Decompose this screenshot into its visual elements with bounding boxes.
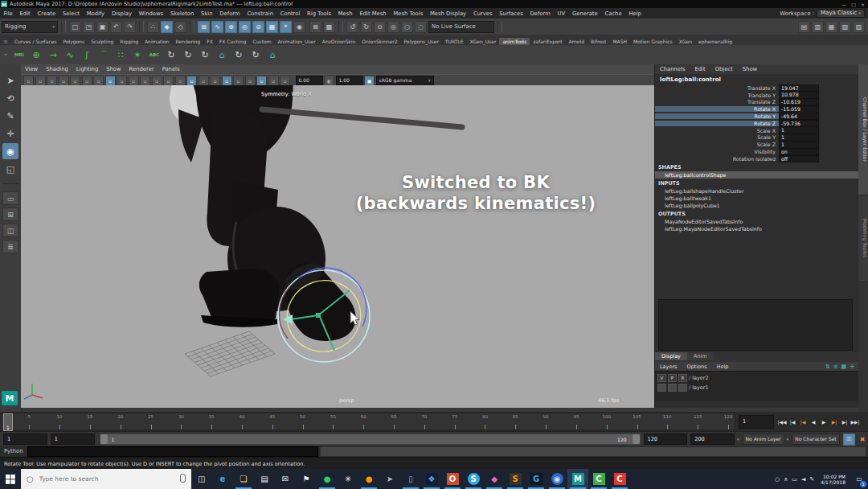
undo-icon[interactable]: ↶ (110, 21, 122, 33)
layer-playback-toggle[interactable] (668, 384, 677, 392)
display-layers-icon[interactable]: ▧ (839, 21, 851, 33)
ipr-render-icon[interactable]: ▥ (812, 21, 824, 33)
screen-ao-icon[interactable]: ▫ (222, 76, 232, 86)
shelf-tab-custom[interactable]: Custom (250, 38, 275, 45)
notebook-icon[interactable]: ▯ (400, 469, 421, 489)
menu-uv[interactable]: UV (554, 10, 568, 17)
menu-control[interactable]: Control (276, 10, 303, 17)
outliner-pane-layout-button[interactable]: ≣ (2, 240, 18, 253)
microphone-icon[interactable] (180, 474, 186, 483)
node-list-item[interactable]: leftLeg:MayaNodeEditorSavedTabsInfo (655, 225, 859, 232)
attribute-label[interactable]: Scale Z (655, 142, 779, 147)
make-live-icon[interactable]: ▦ (266, 21, 278, 33)
layer-grid-icon[interactable]: ▦ (841, 364, 847, 370)
soft-select-icon[interactable]: ◉ (293, 21, 305, 33)
shelf-tab-polygons[interactable]: Polygons (60, 38, 88, 45)
new-scene-icon[interactable]: □ (69, 21, 81, 33)
play-backwards-button[interactable]: ◀ (809, 416, 818, 427)
channel-box-menu-channels[interactable]: Channels (655, 66, 690, 72)
shelf-tab-arnold[interactable]: Arnold (566, 38, 588, 45)
attribute-label[interactable]: Translate Y (655, 92, 779, 98)
shelf-cycle4-icon[interactable]: ↻ (231, 47, 246, 62)
motion-blur-icon[interactable]: ▫ (233, 76, 244, 86)
modeling-toolkit-icon[interactable]: ▨ (853, 21, 865, 33)
menu-surfaces[interactable]: Surfaces (496, 10, 526, 17)
shelf-tab-turtle[interactable]: TURTLE (442, 38, 467, 45)
single-pane-layout-button[interactable]: ▭ (2, 191, 18, 205)
save-scene-icon[interactable]: ▣ (96, 21, 108, 33)
node-list-item[interactable]: MayaNodeEditorSavedTabsInfo (655, 218, 859, 225)
app-arrow-icon[interactable]: ➤ (379, 469, 400, 489)
maya-icon[interactable]: M (567, 469, 588, 489)
select-hierarchy-icon[interactable]: ∴ (147, 21, 159, 33)
shelf-collapse-icon[interactable]: « (2, 51, 10, 58)
menu-deform[interactable]: Deform (526, 10, 554, 17)
layer-menu-help[interactable]: Help (712, 364, 734, 370)
viewport-menu-panels[interactable]: Panels (158, 66, 184, 72)
menu-file[interactable]: File (0, 10, 16, 17)
set-key-icon[interactable]: ✖ (857, 434, 868, 445)
shelf-cycle1-icon[interactable]: ↻ (164, 47, 178, 62)
shelf-tab-fx-caching[interactable]: FX Caching (216, 38, 250, 45)
viewport-menu-view[interactable]: View (21, 66, 42, 72)
two-pane-layout-button[interactable]: ◫ (2, 224, 18, 237)
menu-edit[interactable]: Edit (16, 10, 34, 17)
mail-icon[interactable]: ✉ (275, 469, 296, 489)
gamma-field[interactable]: 1.00 (336, 76, 363, 85)
menu-help[interactable]: Help (625, 10, 645, 17)
channel-box-menu-edit[interactable]: Edit (690, 66, 710, 72)
shelf-tab-rendering[interactable]: Rendering (173, 38, 204, 45)
select-object-icon[interactable]: ◈ (161, 21, 173, 33)
menu-select[interactable]: Select (59, 10, 83, 17)
camtasia-icon[interactable]: C (588, 469, 609, 489)
render-view-icon[interactable]: ▤ (798, 21, 810, 33)
spotify-icon[interactable]: ● (317, 469, 338, 489)
store-icon[interactable]: ▤ (254, 469, 275, 489)
shelf-tab-animtools[interactable]: animTools (499, 38, 530, 45)
snap-center-icon[interactable]: ◎ (239, 21, 251, 33)
channel-box-menu-show[interactable]: Show (738, 66, 762, 72)
snap-curve-icon[interactable]: ∿ (211, 21, 223, 33)
minimize-button[interactable]: — (841, 2, 846, 7)
resolution-gate-icon[interactable]: ▫ (105, 76, 116, 86)
shelf-tab-rigging[interactable]: Rigging (117, 38, 141, 45)
menu-set-selector[interactable]: Rigging▾ (2, 21, 58, 33)
node-list-item[interactable]: leftLeg:ballshapeHandleCluster (655, 187, 859, 195)
gamma-icon[interactable]: ◐ (324, 76, 334, 86)
rotate-tool[interactable]: ◉ (2, 143, 18, 159)
lasso-select-tool[interactable]: ⟲ (2, 90, 18, 106)
shelf-character-icon[interactable]: ✶ (130, 47, 145, 62)
layer-visible-toggle[interactable]: V (657, 374, 666, 382)
firefox-icon[interactable]: ● (358, 469, 379, 489)
app-blue-icon[interactable]: ❖ (421, 469, 442, 489)
timeline-track[interactable]: 1 51015202530354045505560657075808590951… (1, 413, 735, 430)
tray-volume-icon[interactable]: ◄ (801, 476, 805, 483)
construction-history-icon[interactable]: ⊙ (374, 21, 386, 33)
animation-start-field[interactable]: 1 (3, 434, 47, 445)
live-surface-field[interactable]: No Live Surface (428, 21, 494, 33)
menu-modify[interactable]: Modify (83, 10, 108, 17)
layer-reference-toggle[interactable]: R (678, 374, 687, 382)
shelf-arrow-icon[interactable]: → (46, 47, 60, 62)
xray-icon[interactable]: ▫ (256, 76, 267, 86)
menu-generate[interactable]: Generate (569, 10, 602, 17)
range-start-handle[interactable] (100, 434, 108, 444)
command-input[interactable] (27, 446, 318, 457)
layer-menu-layers[interactable]: Layers (655, 364, 682, 370)
shadows-icon[interactable]: ▫ (210, 76, 220, 86)
shelf-tab-fx[interactable]: FX (203, 38, 216, 45)
menu-display[interactable]: Display (108, 10, 136, 17)
attribute-label[interactable]: Scale Y (655, 134, 779, 140)
lock-camera-icon[interactable]: ▫ (35, 76, 46, 86)
rings-icon[interactable]: ○ (401, 21, 413, 33)
layer-row[interactable]: ∕layer1 (655, 383, 859, 392)
step-back-frame-button[interactable]: |◀ (788, 416, 797, 427)
menu-curves[interactable]: Curves (470, 10, 496, 17)
input-operations-icon[interactable]: ↺ (346, 21, 358, 33)
shelf-tab-animation-user[interactable]: Animation_User (275, 38, 319, 45)
node-list-item[interactable]: leftLeg:balltweak1 (655, 195, 859, 202)
isolate-select-icon[interactable]: ▫ (268, 76, 279, 86)
step-forward-key-button[interactable]: ▶| (829, 416, 839, 427)
play-forwards-button[interactable]: ▶ (819, 416, 829, 427)
shelf-tab-animation[interactable]: Animation (141, 38, 173, 45)
